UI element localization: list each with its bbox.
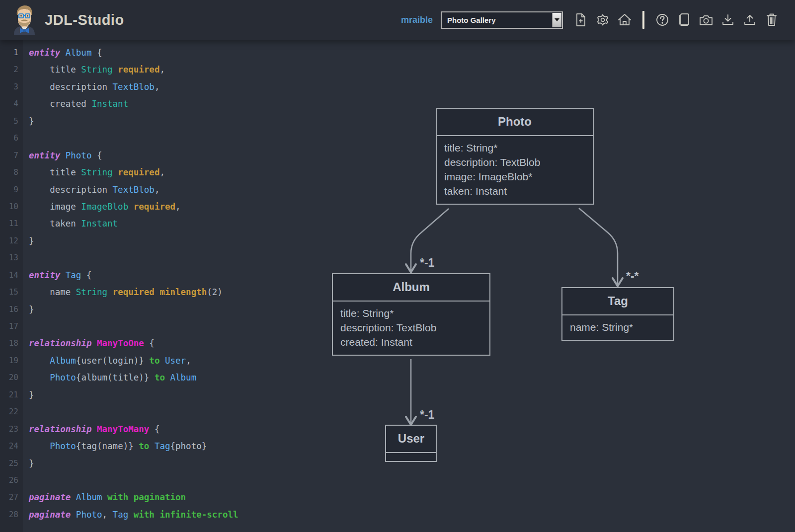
export-image-button[interactable] <box>698 11 714 29</box>
entity-attribute: image: ImageBlob* <box>444 169 585 184</box>
help-icon <box>655 12 670 27</box>
download-button[interactable] <box>720 11 736 29</box>
trash-icon <box>765 12 779 27</box>
edge-label-photo-tag: *-* <box>626 270 639 283</box>
app-logo-avatar <box>11 5 38 35</box>
entity-attribute: name: String* <box>570 320 666 334</box>
settings-button[interactable] <box>595 11 611 29</box>
edge-photo-tag <box>579 208 618 285</box>
upload-button[interactable] <box>742 11 758 29</box>
entity-title: Photo <box>437 109 593 136</box>
toolbar-separator <box>642 11 644 29</box>
entity-box-photo: Photo title: String*description: TextBlo… <box>436 108 594 205</box>
entity-attribute: title: String* <box>444 141 585 155</box>
entity-attribute: description: TextBlob <box>340 320 482 335</box>
upload-icon <box>743 12 757 27</box>
entity-attributes: name: String* <box>562 315 673 340</box>
jdl-selector-value: Photo Gallery <box>442 16 496 24</box>
jdl-selector-dropdown[interactable]: Photo Gallery <box>441 11 563 29</box>
entity-attributes <box>386 453 436 461</box>
edge-label-album-user: *-1 <box>420 408 435 421</box>
entity-box-tag: Tag name: String* <box>561 287 674 341</box>
home-button[interactable] <box>617 11 633 29</box>
home-icon <box>617 12 632 27</box>
app-title: JDL-Studio <box>45 12 124 28</box>
camera-icon <box>699 12 714 27</box>
new-file-icon <box>574 12 588 27</box>
entity-attribute: taken: Instant <box>444 184 585 198</box>
entity-box-album: Album title: String*description: TextBlo… <box>332 273 490 356</box>
entity-attribute: title: String* <box>340 306 482 320</box>
book-icon <box>677 12 691 27</box>
entity-attributes: title: String*description: TextBlobcreat… <box>333 302 489 355</box>
entity-title: Album <box>333 274 489 302</box>
dropdown-arrow-button[interactable] <box>552 13 561 27</box>
documentation-button[interactable] <box>676 11 692 29</box>
entity-attributes: title: String*description: TextBlobimage… <box>437 136 593 204</box>
entity-attribute: created: Instant <box>340 335 482 349</box>
entity-title: User <box>386 426 436 453</box>
entity-title: Tag <box>562 288 673 315</box>
delete-button[interactable] <box>764 11 780 29</box>
entity-attribute: description: TextBlob <box>444 155 585 169</box>
download-icon <box>721 12 735 27</box>
username-link[interactable]: mraible <box>401 15 433 25</box>
help-button[interactable] <box>654 11 670 29</box>
gear-icon <box>595 12 610 27</box>
new-file-button[interactable] <box>573 11 589 29</box>
edge-label-photo-album: *-1 <box>420 256 435 269</box>
entity-box-user: User <box>385 425 437 462</box>
app-header: JDL-Studio mraible Photo Gallery <box>0 0 795 40</box>
workspace: 1234567891011121314151617181920212223242… <box>0 40 795 532</box>
chevron-down-icon <box>555 18 559 21</box>
